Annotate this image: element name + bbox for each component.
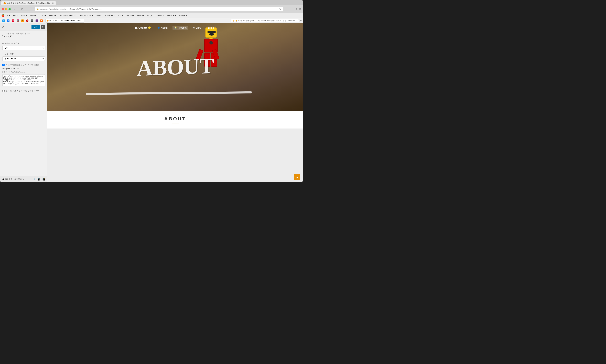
facebook-bookmark[interactable]: f xyxy=(6,19,11,22)
sns-menu[interactable]: SNS ▾ xyxy=(95,14,103,17)
circle-bookmark[interactable]: ● xyxy=(25,19,29,22)
section-title: ヘッダー xyxy=(4,35,30,38)
logo-text: TarCoon★ xyxy=(135,26,147,29)
blogs-menu[interactable]: Blogs ▾ xyxy=(146,14,155,17)
header-layout-label: ヘッダーレイアウト xyxy=(2,42,45,45)
mobile-hp-menu[interactable]: Mobile HP ▾ xyxy=(103,14,116,17)
blog-nav-icon: ✉ xyxy=(193,26,195,29)
close-tab-icon[interactable]: ✕ xyxy=(52,2,54,4)
info-nav-label: InFo xyxy=(209,26,214,29)
douga-menu[interactable]: DOUGA ▾ xyxy=(125,14,136,17)
header-content-label: ヘッダーコンテンツ xyxy=(2,67,45,70)
notification-plus-button[interactable]: + xyxy=(300,19,302,22)
hide-controls-button[interactable]: ◀ コントロールを非表示 xyxy=(2,177,24,181)
forward-button[interactable]: › xyxy=(17,7,19,11)
tab-pill-favicon: 🍊 xyxy=(47,20,49,22)
tab-pill-title: カスタマイズ: TarCoon★CarToon -Official Web Si… xyxy=(49,19,83,22)
info-nav-icon: ℹ xyxy=(208,26,209,29)
amazon-bookmark[interactable]: a xyxy=(20,19,25,22)
maximize-window-button[interactable] xyxy=(9,8,11,10)
customize-sidebar: ✕ 公開 ⚙ ‹ 「レイアウト」をカスタマイズ中 ヘッダー ヘッダーレイアウト xyxy=(0,23,47,182)
about-nav-icon: 👤 xyxy=(157,26,160,29)
bbs-menu[interactable]: BBS ▾ xyxy=(116,14,124,17)
apple-menu[interactable]: VALU ▾ xyxy=(19,14,28,17)
close-customize-button[interactable]: ✕ xyxy=(2,25,5,29)
close-window-button[interactable] xyxy=(2,8,4,10)
tablet-icon[interactable]: 📱 xyxy=(37,177,40,181)
mobile-checkbox-row: ヘッダー位置設定をモバイルのみに適用 xyxy=(2,64,45,66)
site-logo[interactable]: TarCoon★ ⭐ xyxy=(135,26,151,29)
breadcrumb-text: 「レイアウト」をカスタマイズ中 xyxy=(4,33,30,35)
mobile-content-checkbox-row: モバイルでもヘッダーコンテンツを表示 xyxy=(2,90,45,92)
pc-note: PC サイズでのみ表示されます。 xyxy=(2,71,45,73)
tab-favicon: 🍊 xyxy=(3,2,6,4)
desktop-icon[interactable]: 🖥 xyxy=(33,177,36,181)
nav-link-blog[interactable]: ✉ BloG xyxy=(192,26,203,30)
about-underline xyxy=(172,123,179,123)
header-layout-select[interactable]: 1行 2行 xyxy=(2,46,45,50)
tkms-menu[interactable]: TKMS ▾ xyxy=(38,14,47,17)
about-nav-label: ABout xyxy=(161,26,168,29)
mobile-only-checkbox[interactable] xyxy=(2,64,5,66)
special1-icon: 🎮 xyxy=(31,19,33,22)
url-text: tarcoon.me/wp-admin/customize.php?return… xyxy=(40,8,102,10)
notification-icon: 🏆 xyxy=(232,20,235,22)
tab-bar: 🍊 カスタマイズ: TarCoon★CarToon -Official Web … xyxy=(0,0,303,5)
special3-bookmark[interactable]: ◆ xyxy=(39,19,44,22)
mobile-content-label: モバイルでもヘッダーコンテンツを表示 xyxy=(6,90,39,92)
scroll-to-top-button[interactable]: ▲ xyxy=(294,174,300,180)
breadcrumb-area: 「レイアウト」をカスタマイズ中 ヘッダー xyxy=(4,33,30,38)
special1-bookmark[interactable]: 🎮 xyxy=(30,19,34,22)
peerth-menu[interactable]: Peerth ▾ xyxy=(48,14,57,17)
header-content-textarea[interactable]: <div class="wp-block-snow-monkey-blocks-… xyxy=(2,74,45,86)
share-button[interactable]: ⬆ xyxy=(295,8,297,11)
hide-controls-label: コントロールを非表示 xyxy=(5,178,24,180)
project-nav-icon: 💡 xyxy=(174,26,177,29)
twitter-bookmark[interactable]: 𝕏 xyxy=(1,19,6,22)
main-content: ✕ 公開 ⚙ ‹ 「レイアウト」をカスタマイズ中 ヘッダー ヘッダーレイアウト xyxy=(0,23,303,182)
back-button[interactable]: ‹ xyxy=(13,7,16,11)
reader-view-button[interactable]: ⊞ xyxy=(21,8,23,10)
new-tab-button[interactable]: ⧉ xyxy=(299,8,301,11)
browser-window: 🍊 カスタマイズ: TarCoon★CarToon -Official Web … xyxy=(0,0,303,182)
pinterest-bookmark[interactable]: P xyxy=(11,19,15,22)
header-position-group: ヘッダー位置 オーバーレイ 固定 通常 xyxy=(2,53,45,61)
publish-button[interactable]: 公開 xyxy=(31,25,40,29)
header-position-label: ヘッダー位置 xyxy=(2,53,45,55)
device-icons: 🖥 📱 📲 xyxy=(33,177,45,181)
back-arrow-icon[interactable]: ‹ xyxy=(2,34,3,37)
nav-link-about[interactable]: 👤 ABout xyxy=(156,26,169,30)
storage-menu[interactable]: storage ▾ xyxy=(178,14,188,17)
systec-menu[interactable]: SYSTEC Intel. ▾ xyxy=(78,14,94,17)
special2-bookmark[interactable]: ♪ xyxy=(35,19,39,22)
project-nav-label: ProJect xyxy=(178,26,186,29)
valu-menu[interactable]: VALU ▾ xyxy=(29,14,38,17)
nav-links: 👤 ABout 💡 ProJect ✉ BloG ℹ xyxy=(156,26,216,30)
search-menu[interactable]: SEARCH ▾ xyxy=(165,14,177,17)
title-bar: ‹ › ⊞ 🔒 tarcoon.me/wp-admin/customize.ph… xyxy=(0,5,303,13)
news-menu[interactable]: NEWS ▾ xyxy=(155,14,165,17)
minimize-window-button[interactable] xyxy=(5,8,7,10)
mobile-content-checkbox[interactable] xyxy=(2,90,5,92)
customize-settings-button[interactable]: ⚙ xyxy=(41,25,45,29)
active-tab-pill[interactable]: 🍊 カスタマイズ: TarCoon★CarToon -Official Web … xyxy=(45,19,84,23)
notification-pill: 🏆 🏆 ヘッダーの背景を透明にしたいがv5.0.8で白背景になってしまう – S… xyxy=(231,19,299,22)
back-navigation[interactable]: ‹ 「レイアウト」をカスタマイズ中 ヘッダー xyxy=(0,31,47,40)
instagram-bookmark[interactable]: 📷 xyxy=(16,19,20,22)
about-heading: ABOUT xyxy=(164,116,186,122)
browser-tab[interactable]: 🍊 カスタマイズ: TarCoon★CarToon -Official Web … xyxy=(1,1,56,5)
cmd-menu[interactable]: ⌘ ▾ xyxy=(5,14,11,17)
nav-link-project[interactable]: 💡 ProJect xyxy=(172,26,188,30)
mobile-icon[interactable]: 📲 xyxy=(42,177,45,181)
tarcoon-menu[interactable]: TarCoon★CarToon ▾ xyxy=(58,14,78,17)
traffic-lights xyxy=(2,8,11,10)
nav-link-info[interactable]: ℹ InFo xyxy=(206,26,216,30)
currency-menu[interactable]: ¥€$ ▾ xyxy=(12,14,19,17)
apple-menu-icon[interactable]: 🍎 xyxy=(1,14,4,17)
blog-nav-label: BloG xyxy=(196,26,201,29)
pinterest-icon: P xyxy=(12,19,14,22)
address-bar[interactable]: 🔒 tarcoon.me/wp-admin/customize.php?retu… xyxy=(35,7,283,11)
header-position-select[interactable]: オーバーレイ 固定 通常 xyxy=(2,56,45,61)
game-menu[interactable]: GAME ▾ xyxy=(136,14,146,17)
reload-button[interactable]: ↻ xyxy=(279,8,281,10)
